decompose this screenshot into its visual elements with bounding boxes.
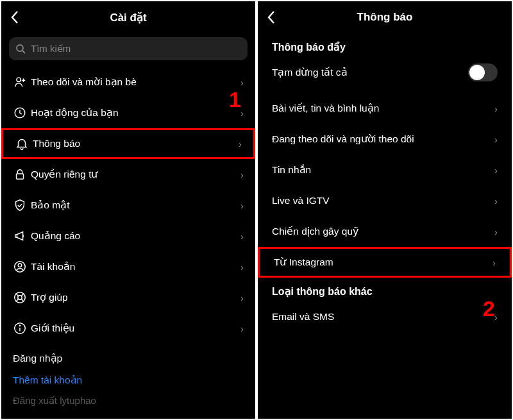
page-title: Cài đặt: [110, 11, 146, 24]
chevron-right-icon: ›: [240, 292, 244, 303]
row-email-sms[interactable]: Email và SMS ›: [258, 301, 512, 332]
chevron-right-icon: ›: [239, 139, 242, 149]
chevron-right-icon: ›: [240, 200, 244, 211]
svg-rect-6: [17, 174, 24, 179]
chevron-left-icon: [267, 10, 276, 24]
row-label: Đang theo dõi và người theo dõi: [272, 133, 494, 145]
row-live-igtv[interactable]: Live và IGTV ›: [258, 185, 512, 216]
search-input[interactable]: Tìm kiếm: [9, 37, 248, 60]
megaphone-icon: [13, 229, 31, 243]
row-label: Hoạt động của bạn: [31, 107, 240, 119]
row-label: Bảo mật: [31, 199, 240, 211]
other-section-header: Loại thông báo khác: [258, 278, 512, 301]
lifebuoy-icon: [13, 290, 31, 305]
chevron-right-icon: ›: [494, 165, 498, 176]
pause-all-toggle[interactable]: [468, 63, 498, 81]
row-notifications[interactable]: Thông báo ›: [1, 128, 255, 159]
chevron-left-icon: [10, 10, 19, 24]
row-label: Bài viết, tin và bình luận: [272, 103, 494, 114]
svg-line-13: [16, 299, 19, 301]
row-security[interactable]: Bảo mật ›: [1, 190, 255, 221]
chevron-right-icon: ›: [240, 262, 244, 273]
header: Thông báo: [258, 1, 512, 33]
header: Cài đặt: [1, 1, 255, 33]
row-following-followers[interactable]: Đang theo dõi và người theo dõi ›: [258, 124, 512, 155]
row-posts-stories-comments[interactable]: Bài viết, tin và bình luận ›: [258, 93, 512, 124]
chevron-right-icon: ›: [240, 323, 244, 334]
back-button[interactable]: [267, 10, 276, 24]
svg-line-1: [22, 51, 25, 53]
chevron-right-icon: ›: [240, 77, 244, 88]
search-placeholder: Tìm kiếm: [31, 43, 71, 55]
row-ads[interactable]: Quảng cáo ›: [1, 221, 255, 251]
page-title: Thông báo: [357, 11, 413, 24]
chevron-right-icon: ›: [492, 257, 496, 268]
login-section-header: Đăng nhập: [1, 344, 255, 368]
row-follow-invite[interactable]: Theo dõi và mời bạn bè ›: [1, 67, 255, 97]
row-help[interactable]: Trợ giúp ›: [1, 282, 255, 313]
push-section-header: Thông báo đẩy: [258, 33, 512, 57]
row-label: Email và SMS: [272, 311, 494, 323]
search-icon: [15, 44, 26, 54]
chevron-right-icon: ›: [494, 196, 498, 206]
row-messages[interactable]: Tin nhắn ›: [258, 155, 512, 185]
svg-line-14: [21, 294, 24, 296]
clock-icon: [13, 106, 31, 120]
info-icon: [13, 321, 31, 335]
row-label: Thông báo: [33, 138, 239, 149]
bell-icon: [15, 137, 33, 151]
back-button[interactable]: [10, 10, 19, 24]
settings-screen: Cài đặt Tìm kiếm Theo dõi và mời bạn bè …: [1, 1, 255, 419]
row-label: Trợ giúp: [31, 292, 240, 303]
annotation-2: 2: [483, 296, 495, 321]
row-privacy[interactable]: Quyền riêng tư ›: [1, 159, 255, 190]
row-label: Từ Instagram: [274, 256, 492, 268]
row-pause-all: Tạm dừng tất cả: [258, 57, 512, 88]
svg-line-12: [21, 299, 24, 301]
svg-point-10: [18, 296, 22, 299]
row-label: Quảng cáo: [31, 230, 240, 242]
annotation-1: 1: [229, 87, 241, 112]
toggle-knob: [469, 65, 485, 80]
shield-icon: [13, 198, 31, 212]
row-label: Tạm dừng tất cả: [272, 67, 468, 78]
row-label: Live và IGTV: [272, 195, 494, 206]
add-account-link[interactable]: Thêm tài khoản: [1, 368, 255, 392]
row-label: Giới thiệu: [31, 323, 240, 334]
row-fundraisers[interactable]: Chiến dịch gây quỹ ›: [258, 216, 512, 247]
svg-point-2: [17, 78, 21, 81]
svg-point-17: [19, 325, 20, 326]
row-account[interactable]: Tài khoản ›: [1, 251, 255, 282]
row-label: Theo dõi và mời bạn bè: [31, 76, 240, 88]
user-icon: [13, 260, 31, 274]
row-your-activity[interactable]: Hoạt động của bạn ›: [1, 97, 255, 128]
chevron-right-icon: ›: [240, 231, 244, 242]
svg-line-11: [16, 294, 19, 296]
svg-point-8: [18, 264, 22, 267]
notifications-screen: Thông báo Thông báo đẩy Tạm dừng tất cả …: [258, 1, 512, 419]
chevron-right-icon: ›: [494, 134, 498, 145]
chevron-right-icon: ›: [494, 103, 498, 114]
lock-icon: [13, 167, 31, 181]
row-from-instagram[interactable]: Từ Instagram ›: [258, 247, 512, 278]
logout-link-partial[interactable]: Đăng xuất lytuphao: [1, 392, 255, 407]
row-label: Tin nhắn: [272, 164, 494, 176]
svg-point-0: [17, 45, 23, 51]
row-label: Tài khoản: [31, 261, 240, 273]
chevron-right-icon: ›: [240, 169, 244, 180]
chevron-right-icon: ›: [494, 226, 498, 237]
row-about[interactable]: Giới thiệu ›: [1, 313, 255, 344]
row-label: Chiến dịch gây quỹ: [272, 226, 494, 237]
user-plus-icon: [13, 75, 31, 89]
row-label: Quyền riêng tư: [31, 169, 240, 180]
